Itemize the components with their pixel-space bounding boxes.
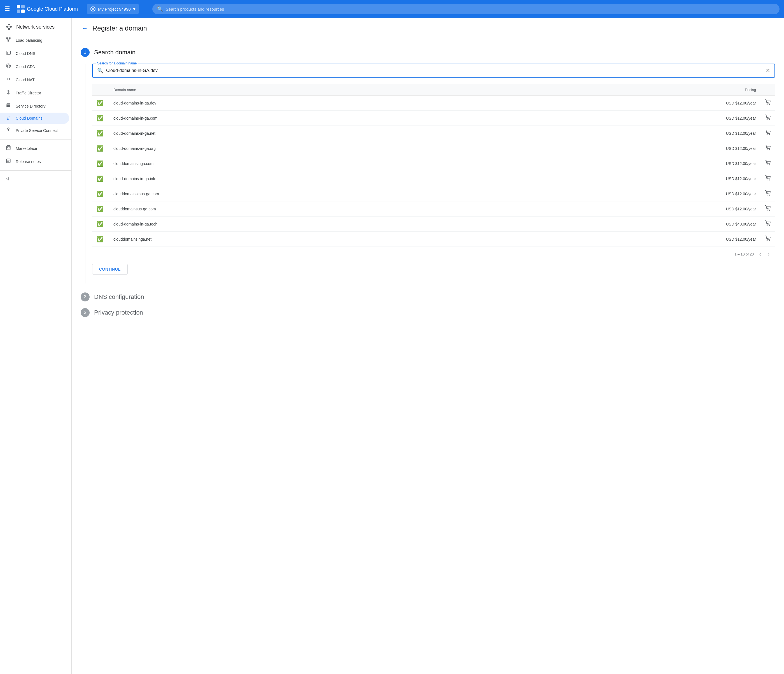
svg-point-50 <box>767 150 767 150</box>
add-to-cart-icon[interactable] <box>765 161 770 167</box>
sidebar-item-label: Cloud DNS <box>16 51 35 56</box>
sidebar-item-label: Cloud CDN <box>16 64 36 69</box>
add-to-cart-icon[interactable] <box>765 191 770 197</box>
sidebar-item-label: Marketplace <box>16 146 37 151</box>
sidebar-item-cloud-nat[interactable]: Cloud NAT <box>0 73 69 86</box>
app-layout: Network services Load balancing Cloud DN… <box>0 18 784 674</box>
available-check-icon: ✅ <box>96 191 104 197</box>
sidebar-item-cloud-cdn[interactable]: Cloud CDN <box>0 60 69 73</box>
svg-rect-2 <box>17 9 20 13</box>
available-check-icon: ✅ <box>96 206 104 212</box>
domain-price-cell: USD $12.00/year <box>488 201 761 217</box>
add-to-cart-cell[interactable] <box>761 171 775 186</box>
domain-search-input[interactable] <box>106 68 763 73</box>
brand-name: Google Cloud Platform <box>27 6 78 12</box>
sidebar-item-release-notes[interactable]: Release notes <box>0 155 69 168</box>
top-header: ☰ Google Cloud Platform My Project 94990… <box>0 0 784 18</box>
table-row: ✅ clouddomainsinga.com USD $12.00/year <box>92 156 775 171</box>
sidebar-item-load-balancing[interactable]: Load balancing <box>0 34 69 47</box>
svg-point-5 <box>92 8 94 10</box>
svg-point-46 <box>767 134 767 135</box>
svg-line-22 <box>8 39 10 40</box>
domain-name-cell: cloud-domains-in-ga.info <box>109 171 488 186</box>
table-pagination: 1 – 10 of 20 ‹ › <box>92 247 775 262</box>
step-3-header: 3 Privacy protection <box>81 308 775 317</box>
continue-button[interactable]: CONTINUE <box>92 264 128 275</box>
domain-price-cell: USD $12.00/year <box>488 232 761 247</box>
add-to-cart-icon[interactable] <box>765 101 770 106</box>
availability-status: ✅ <box>92 95 109 111</box>
svg-point-26 <box>6 64 11 68</box>
add-to-cart-icon[interactable] <box>765 222 770 227</box>
project-name: My Project 94990 <box>98 7 131 11</box>
sidebar-item-cloud-dns[interactable]: Cloud DNS <box>0 47 69 60</box>
step-3-badge: 3 <box>81 308 90 317</box>
marketplace-icon <box>6 145 11 151</box>
add-to-cart-cell[interactable] <box>761 141 775 156</box>
step-1-section: 1 Search domain Search for a domain name… <box>81 48 775 284</box>
pagination-next-button[interactable]: › <box>767 250 770 258</box>
add-to-cart-cell[interactable] <box>761 156 775 171</box>
svg-line-21 <box>7 39 9 40</box>
add-to-cart-cell[interactable] <box>761 232 775 247</box>
add-to-cart-icon[interactable] <box>765 146 770 151</box>
back-button[interactable]: ← <box>81 23 89 33</box>
table-row: ✅ cloud-domains-in-ga.dev USD $12.00/yea… <box>92 95 775 111</box>
sidebar-item-label: Private Service Connect <box>16 128 58 133</box>
gcp-logo-icon <box>17 5 25 13</box>
release-notes-icon <box>6 158 11 165</box>
sidebar-item-label: Traffic Director <box>16 91 41 95</box>
sidebar-item-traffic-director[interactable]: Traffic Director <box>0 86 69 100</box>
svg-point-62 <box>767 195 767 195</box>
service-directory-icon <box>6 103 11 109</box>
sidebar-collapse-button[interactable]: ◁ <box>0 173 72 184</box>
brand-logo-area: Google Cloud Platform <box>17 5 78 13</box>
add-to-cart-cell[interactable] <box>761 111 775 126</box>
availability-status: ✅ <box>92 156 109 171</box>
add-to-cart-cell[interactable] <box>761 126 775 141</box>
step-2-title: DNS configuration <box>94 293 144 301</box>
add-to-cart-icon[interactable] <box>765 237 770 242</box>
step-2-section: 2 DNS configuration <box>81 292 775 301</box>
svg-point-51 <box>770 150 770 150</box>
table-row: ✅ clouddomainsus-ga.com USD $12.00/year <box>92 201 775 217</box>
hamburger-icon[interactable]: ☰ <box>5 5 10 12</box>
add-to-cart-cell[interactable] <box>761 95 775 111</box>
sidebar-title: Network services <box>0 18 72 34</box>
add-to-cart-icon[interactable] <box>765 116 770 121</box>
pagination-prev-button[interactable]: ‹ <box>758 250 762 258</box>
domain-name-cell: clouddomainsus-ga.com <box>109 201 488 217</box>
sidebar-item-service-directory[interactable]: Service Directory <box>0 100 69 112</box>
pagination-info: 1 – 10 of 20 <box>734 252 754 256</box>
svg-point-27 <box>7 65 9 67</box>
add-to-cart-cell[interactable] <box>761 201 775 217</box>
clear-search-icon[interactable]: ✕ <box>766 67 770 74</box>
col-header-domain: Domain name <box>109 84 488 95</box>
domain-price-cell: USD $12.00/year <box>488 186 761 201</box>
domain-name-cell: clouddomainsinus-ga.com <box>109 186 488 201</box>
add-to-cart-icon[interactable] <box>765 176 770 182</box>
add-to-cart-icon[interactable] <box>765 131 770 136</box>
add-to-cart-cell[interactable] <box>761 186 775 201</box>
availability-status: ✅ <box>92 186 109 201</box>
search-input[interactable] <box>166 7 775 11</box>
sidebar-item-private-service-connect[interactable]: Private Service Connect <box>0 124 69 137</box>
project-selector[interactable]: My Project 94990 ▾ <box>87 4 139 14</box>
add-to-cart-icon[interactable] <box>765 206 770 212</box>
svg-point-58 <box>767 180 767 180</box>
sidebar-item-marketplace[interactable]: Marketplace <box>0 142 69 155</box>
load-balancing-icon <box>6 37 11 44</box>
domain-price-cell: USD $12.00/year <box>488 171 761 186</box>
search-icon: 🔍 <box>157 6 163 12</box>
table-header-row: Domain name Pricing <box>92 84 775 95</box>
add-to-cart-cell[interactable] <box>761 217 775 232</box>
search-field-icon: 🔍 <box>97 67 103 74</box>
step-1-badge: 1 <box>81 48 90 57</box>
sidebar-item-label: Release notes <box>16 159 41 164</box>
svg-point-59 <box>770 180 770 180</box>
available-check-icon: ✅ <box>96 130 104 136</box>
sidebar-item-cloud-domains[interactable]: // Cloud Domains <box>0 112 69 124</box>
domain-price-cell: USD $12.00/year <box>488 111 761 126</box>
svg-point-55 <box>770 165 770 165</box>
col-header-pricing: Pricing <box>488 84 761 95</box>
